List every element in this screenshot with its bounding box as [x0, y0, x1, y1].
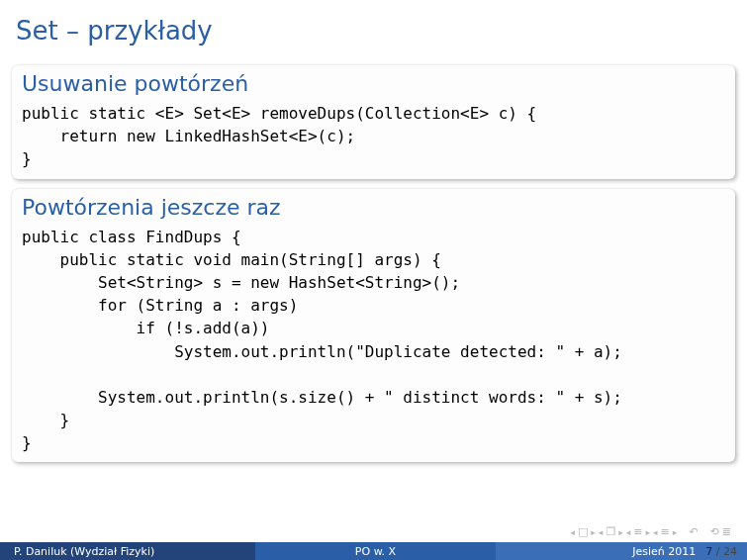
block-title-1: Usuwanie powtórzeń	[12, 65, 735, 98]
nav-first-icon[interactable]: □	[578, 525, 588, 538]
nav-frame-next-icon[interactable]: ▸	[618, 527, 623, 537]
footer-course: PO w. X	[255, 542, 497, 560]
block-remove-dups: Usuwanie powtórzeń public static <E> Set…	[12, 65, 735, 179]
footer-term: Jesień 2011	[632, 545, 696, 558]
nav-first-prev-icon[interactable]: ◂	[570, 527, 575, 537]
footer-bar: P. Daniluk (Wydział Fizyki) PO w. X Jesi…	[0, 542, 747, 560]
nav-section-next-icon[interactable]: ▸	[673, 527, 678, 537]
footer-right: Jesień 2011 7 / 24	[496, 542, 747, 560]
slide-title: Set – przykłady	[0, 0, 747, 59]
block-find-dups: Powtórzenia jeszcze raz public class Fin…	[12, 189, 735, 463]
block-body-2: public class FindDups { public static vo…	[12, 222, 735, 463]
footer-author: P. Daniluk (Wydział Fizyki)	[0, 542, 255, 560]
nav-first-next-icon[interactable]: ▸	[591, 527, 596, 537]
nav-section-icon[interactable]: ≡	[661, 525, 670, 538]
footer-page: 7 / 24	[705, 545, 737, 558]
nav-back-icon[interactable]: ↶	[689, 525, 698, 538]
code-find-dups: public class FindDups { public static vo…	[22, 226, 725, 455]
nav-end-icon[interactable]: ≣	[722, 525, 731, 538]
nav-subsection-prev-icon[interactable]: ◂	[626, 527, 631, 537]
nav-subsection-icon[interactable]: ≡	[633, 525, 642, 538]
nav-frame-prev-icon[interactable]: ◂	[599, 527, 604, 537]
block-title-2: Powtórzenia jeszcze raz	[12, 189, 735, 222]
nav-frame-icon[interactable]: ❐	[606, 525, 615, 538]
code-remove-dups: public static <E> Set<E> removeDups(Coll…	[22, 102, 725, 171]
page-sep: /	[712, 545, 723, 558]
page-total: 24	[723, 545, 737, 558]
nav-undo-icon[interactable]: ⟲	[710, 525, 719, 538]
nav-subsection-next-icon[interactable]: ▸	[646, 527, 651, 537]
nav-section-prev-icon[interactable]: ◂	[653, 527, 658, 537]
nav-icons: ◂ □ ▸ ◂ ❐ ▸ ◂ ≡ ▸ ◂ ≡ ▸ ↶ ⟲ ≣	[0, 525, 747, 542]
block-body-1: public static <E> Set<E> removeDups(Coll…	[12, 98, 735, 179]
footer: ◂ □ ▸ ◂ ❐ ▸ ◂ ≡ ▸ ◂ ≡ ▸ ↶ ⟲ ≣ P. Daniluk…	[0, 525, 747, 560]
